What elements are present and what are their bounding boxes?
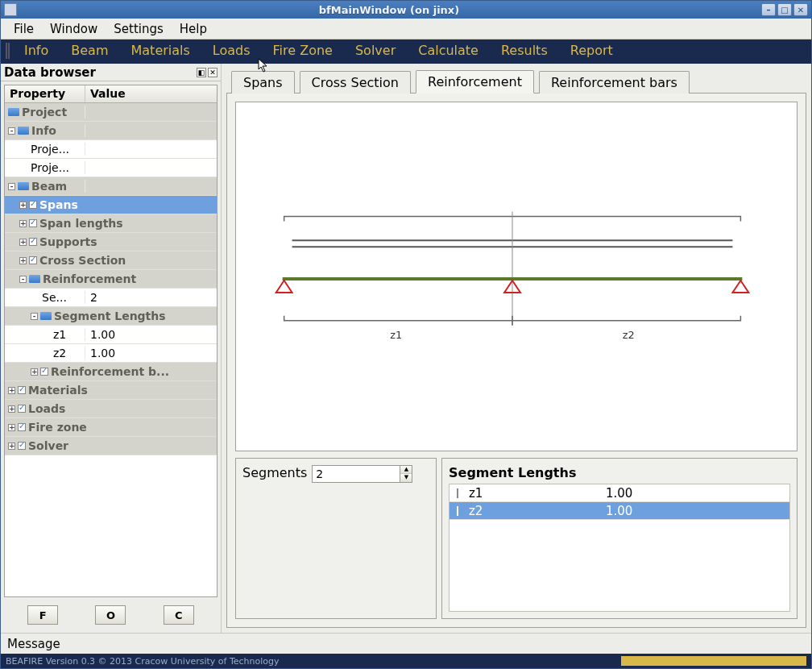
expander-icon[interactable]: +: [8, 405, 15, 413]
f-button[interactable]: F: [27, 605, 58, 625]
panel-close-button[interactable]: ✕: [208, 68, 218, 77]
footer-bar: BEAFIRE Version 0.3 © 2013 Cracow Univer…: [1, 654, 811, 668]
spin-down-button[interactable]: ▼: [400, 474, 412, 482]
expander-icon[interactable]: +: [19, 220, 27, 227]
menu-help[interactable]: Help: [172, 20, 215, 38]
tool-calculate[interactable]: Calculate: [407, 41, 490, 60]
tree-firezone[interactable]: Fire zone: [28, 421, 87, 434]
segments-input[interactable]: [312, 465, 400, 483]
book-icon: [29, 275, 40, 283]
tab-reinforcement-bars[interactable]: Reinforcement bars: [539, 71, 690, 93]
tree-spans[interactable]: Spans: [39, 198, 78, 211]
segment-lengths-title: Segment Lengths: [449, 465, 790, 480]
menu-window[interactable]: Window: [42, 20, 106, 38]
seg-row-z2-key[interactable]: z2: [466, 504, 603, 518]
check-icon: [29, 256, 37, 264]
tree-reinfbars[interactable]: Reinforcement b...: [51, 365, 169, 378]
tree-z1-value[interactable]: 1.00: [85, 328, 217, 341]
toolbar: Info Beam Materials Loads Fire Zone Solv…: [1, 39, 811, 64]
check-icon: [29, 219, 37, 227]
tool-solver[interactable]: Solver: [344, 41, 407, 60]
segments-box: Segments ▲ ▼: [235, 458, 437, 619]
check-icon: [18, 423, 26, 431]
expander-icon[interactable]: +: [31, 368, 38, 376]
expander-icon[interactable]: [457, 506, 458, 516]
book-icon: [18, 127, 29, 135]
expander-icon[interactable]: +: [8, 387, 15, 394]
tree-supports[interactable]: Supports: [39, 235, 97, 248]
app-icon: [4, 3, 17, 16]
tree-z2[interactable]: z2: [53, 347, 66, 359]
expander-icon[interactable]: +: [19, 257, 27, 264]
tree-info[interactable]: Info: [31, 124, 56, 137]
tree-materials[interactable]: Materials: [28, 384, 88, 397]
book-icon: [8, 108, 19, 116]
menu-settings[interactable]: Settings: [106, 20, 172, 38]
check-icon: [40, 368, 48, 376]
tree-loads[interactable]: Loads: [28, 402, 65, 415]
menubar: File Window Settings Help: [1, 19, 811, 39]
dock-undock-button[interactable]: ◧: [197, 68, 206, 77]
seg-row-z1-key[interactable]: z1: [466, 486, 603, 501]
book-icon: [18, 182, 29, 190]
tab-spans[interactable]: Spans: [231, 71, 295, 93]
minimize-button[interactable]: –: [761, 3, 776, 16]
footer-text: BEAFIRE Version 0.3 © 2013 Cracow Univer…: [6, 656, 280, 667]
tab-cross-section[interactable]: Cross Section: [300, 71, 411, 93]
tree-project[interactable]: Project: [22, 106, 67, 118]
tree-header-property: Property: [5, 85, 85, 102]
tree-seglen[interactable]: Segment Lengths: [54, 310, 166, 322]
tool-firezone[interactable]: Fire Zone: [262, 41, 344, 60]
data-browser-panel: Data browser ◧ ✕ Property Value Project …: [1, 64, 222, 633]
maximize-button[interactable]: □: [777, 3, 792, 16]
expander-icon[interactable]: -: [31, 313, 38, 320]
window-titlebar: bfMainWindow (on jinx) – □ ✕: [1, 1, 811, 19]
o-button[interactable]: O: [95, 605, 126, 625]
tool-results[interactable]: Results: [490, 41, 559, 60]
segment-lengths-table[interactable]: z1 1.00 z2 1.00: [449, 484, 790, 612]
tab-bar: Spans Cross Section Reinforcement Reinfo…: [226, 69, 806, 93]
check-icon: [18, 405, 26, 413]
expander-icon[interactable]: +: [8, 443, 15, 450]
spin-up-button[interactable]: ▲: [400, 466, 412, 474]
tool-info[interactable]: Info: [13, 41, 60, 60]
seg-row-z1-val[interactable]: 1.00: [603, 486, 789, 501]
expander-icon[interactable]: +: [19, 202, 27, 209]
tool-report[interactable]: Report: [559, 41, 624, 60]
tree-reinforcement[interactable]: Reinforcement: [43, 272, 136, 285]
expander-icon[interactable]: [457, 488, 458, 498]
data-browser-title: Data browser: [4, 65, 96, 80]
tab-page: z1 z2 Segments ▲ ▼: [226, 93, 806, 628]
check-icon: [29, 201, 37, 209]
check-icon: [18, 442, 26, 450]
property-tree[interactable]: Property Value Project -Info Proje... Pr…: [4, 85, 218, 597]
tree-proje1[interactable]: Proje...: [31, 143, 69, 156]
expander-icon[interactable]: -: [8, 183, 15, 190]
tree-spanlengths[interactable]: Span lengths: [39, 217, 123, 230]
tab-reinforcement[interactable]: Reinforcement: [416, 70, 534, 93]
tool-materials[interactable]: Materials: [120, 41, 201, 60]
seg-row-z2-val[interactable]: 1.00: [603, 504, 789, 518]
tree-z1[interactable]: z1: [53, 328, 66, 341]
c-button[interactable]: C: [164, 605, 194, 625]
close-button[interactable]: ✕: [793, 3, 808, 16]
tree-beam[interactable]: Beam: [31, 180, 67, 193]
diagram-label-z2: z2: [623, 329, 635, 341]
expander-icon[interactable]: -: [8, 127, 15, 135]
expander-icon[interactable]: +: [19, 239, 27, 246]
tool-beam[interactable]: Beam: [60, 41, 119, 60]
tree-solver[interactable]: Solver: [28, 439, 68, 452]
tree-proje2[interactable]: Proje...: [31, 161, 69, 174]
tree-crosssection[interactable]: Cross Section: [39, 254, 126, 267]
toolbar-handle[interactable]: [6, 43, 10, 59]
tree-z2-value[interactable]: 1.00: [85, 347, 217, 359]
status-bar: Message: [1, 633, 811, 654]
tree-se-value[interactable]: 2: [85, 291, 217, 304]
menu-file[interactable]: File: [6, 20, 42, 38]
tool-loads[interactable]: Loads: [201, 41, 262, 60]
expander-icon[interactable]: -: [19, 276, 27, 283]
diagram-label-z1: z1: [390, 329, 402, 341]
expander-icon[interactable]: +: [8, 424, 15, 431]
tree-se[interactable]: Se...: [42, 291, 67, 304]
segments-label: Segments: [242, 465, 307, 480]
